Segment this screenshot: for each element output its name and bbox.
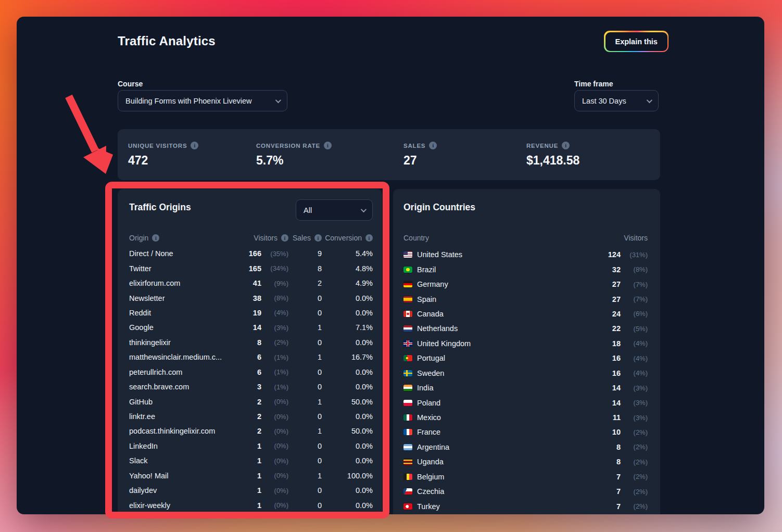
timeframe-select[interactable]: Last 30 Days xyxy=(574,90,659,111)
course-select[interactable]: Building Forms with Phoenix Liveview xyxy=(118,90,287,111)
origin-name: linktr.ee xyxy=(129,412,230,421)
origin-visitors: 2 xyxy=(230,427,261,435)
stat-label: CONVERSION RATE xyxy=(256,143,320,149)
table-row: Turkey 7 (2%) xyxy=(403,499,648,513)
stats-summary-card: UNIQUE VISITORS i 472 CONVERSION RATE i … xyxy=(118,129,660,180)
country-visitors-pct: (4%) xyxy=(621,339,648,347)
table-row: Netherlands 22 (5%) xyxy=(403,321,648,336)
country-visitors: 18 xyxy=(594,339,621,348)
country-visitors: 14 xyxy=(594,384,621,392)
stat-unique-visitors: UNIQUE VISITORS i 472 xyxy=(118,142,246,168)
country-name: Belgium xyxy=(417,473,444,481)
origin-countries-panel: Origin Countries Country Visitors United… xyxy=(393,189,660,514)
origin-visitors-pct: (0%) xyxy=(261,398,288,406)
table-row: United States 124 (31%) xyxy=(403,247,648,262)
country-cell: Germany xyxy=(403,280,594,288)
country-flag-icon xyxy=(403,385,412,391)
table-row: peterullrich.com 6 (1%) 0 0.0% xyxy=(129,365,373,379)
table-row: Newsletter 38 (8%) 0 0.0% xyxy=(129,290,373,305)
country-visitors-pct: (2%) xyxy=(621,473,648,480)
stat-conversion-rate: CONVERSION RATE i 5.7% xyxy=(246,142,393,168)
country-cell: Turkey xyxy=(403,502,594,511)
table-row: Twitter 165 (34%) 8 4.8% xyxy=(129,261,373,275)
origin-name: LinkedIn xyxy=(129,442,230,450)
country-flag-icon xyxy=(403,296,412,302)
origin-visitors: 3 xyxy=(230,383,261,391)
table-row: Direct / None 166 (35%) 9 5.4% xyxy=(129,246,373,261)
country-cell: Portugal xyxy=(403,354,594,362)
country-visitors-pct: (8%) xyxy=(621,265,648,273)
origins-filter-value: All xyxy=(304,206,312,214)
origin-name: dailydev xyxy=(129,486,230,495)
country-visitors: 7 xyxy=(594,487,621,496)
origin-visitors-pct: (1%) xyxy=(261,383,288,391)
country-name: Germany xyxy=(417,280,448,288)
info-icon[interactable]: i xyxy=(191,142,198,149)
table-row: Yahoo! Mail 1 (0%) 1 100.0% xyxy=(129,468,373,483)
country-flag-icon xyxy=(403,444,412,450)
country-flag-icon xyxy=(403,355,412,361)
origin-sales: 0 xyxy=(288,309,322,317)
origin-visitors: 166 xyxy=(230,249,261,258)
stat-sales: SALES i 27 xyxy=(393,142,516,168)
info-icon[interactable]: i xyxy=(562,142,570,149)
country-cell: Poland xyxy=(403,399,594,407)
explain-this-button[interactable]: Explain this xyxy=(604,31,669,52)
info-icon[interactable]: i xyxy=(324,142,332,149)
country-flag-icon xyxy=(403,340,412,347)
table-row: dailydev 1 (0%) 0 0.0% xyxy=(129,483,373,498)
origins-table-body: Direct / None 166 (35%) 9 5.4% Twitter 1… xyxy=(129,246,373,513)
table-row: United Kingdom 18 (4%) xyxy=(403,336,648,351)
country-flag-icon xyxy=(403,325,412,332)
table-row: Reddit 19 (4%) 0 0.0% xyxy=(129,306,373,320)
origin-sales: 0 xyxy=(288,383,322,391)
country-visitors: 7 xyxy=(594,502,621,511)
origin-sales: 0 xyxy=(288,338,322,347)
traffic-origins-title: Traffic Origins xyxy=(129,200,191,213)
country-flag-icon xyxy=(403,370,412,376)
origin-name: Direct / None xyxy=(129,249,230,258)
country-name: Brazil xyxy=(417,265,436,274)
country-name: Turkey xyxy=(417,502,440,511)
origin-sales: 2 xyxy=(288,279,322,287)
country-flag-icon xyxy=(403,503,412,510)
chevron-down-icon xyxy=(647,97,652,103)
origin-name: search.brave.com xyxy=(129,383,230,391)
country-visitors-pct: (3%) xyxy=(621,399,648,407)
country-name: Netherlands xyxy=(417,324,458,333)
info-icon[interactable]: i xyxy=(365,234,373,242)
table-row: Germany 27 (7%) xyxy=(403,277,648,292)
origin-sales: 0 xyxy=(288,442,322,450)
country-flag-icon xyxy=(403,251,412,258)
origin-visitors-pct: (0%) xyxy=(261,442,288,450)
column-visitors: Visitorsi xyxy=(230,234,288,242)
origin-conversion: 0.0% xyxy=(322,442,373,450)
origin-countries-title: Origin Countries xyxy=(403,200,475,213)
origin-sales: 8 xyxy=(288,264,322,273)
info-icon[interactable]: i xyxy=(429,142,437,149)
stat-value: 27 xyxy=(403,154,516,168)
table-row: Canada 24 (6%) xyxy=(403,307,648,321)
origin-visitors-pct: (34%) xyxy=(261,264,288,272)
country-name: Argentina xyxy=(417,443,449,451)
explain-this-button-label[interactable]: Explain this xyxy=(606,32,667,51)
origin-visitors: 1 xyxy=(230,472,261,480)
info-icon[interactable]: i xyxy=(152,234,159,242)
country-cell: India xyxy=(403,384,594,392)
origin-visitors-pct: (0%) xyxy=(261,457,288,465)
origin-visitors-pct: (0%) xyxy=(261,501,288,509)
table-row: search.brave.com 3 (1%) 0 0.0% xyxy=(129,379,373,394)
origin-sales: 1 xyxy=(288,323,322,332)
info-icon[interactable]: i xyxy=(281,234,288,242)
country-cell: Czechia xyxy=(403,487,594,496)
table-row: Sweden 16 (4%) xyxy=(403,366,648,381)
origin-conversion: 0.0% xyxy=(322,457,373,465)
table-row: Portugal 16 (4%) xyxy=(403,351,648,365)
origins-filter-select[interactable]: All xyxy=(296,199,373,221)
origin-sales: 1 xyxy=(288,472,322,480)
country-flag-icon xyxy=(403,281,412,287)
table-row: Belgium 7 (2%) xyxy=(403,470,648,484)
info-icon[interactable]: i xyxy=(314,234,322,242)
origin-visitors-pct: (9%) xyxy=(261,280,288,287)
chevron-down-icon xyxy=(361,206,367,212)
